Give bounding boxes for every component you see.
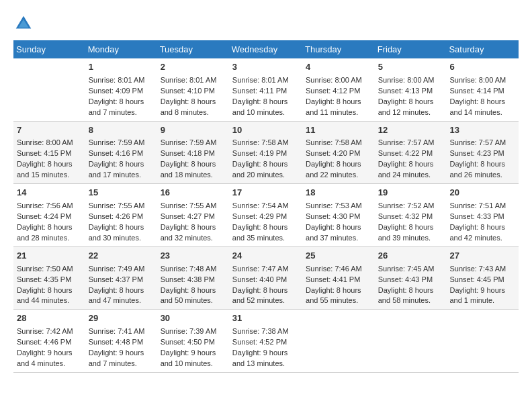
day-number: 21 (17, 250, 82, 263)
daylight: Daylight: 8 hours and 14 minutes. (449, 97, 505, 116)
day-number: 23 (161, 250, 226, 263)
sunset: Sunset: 4:41 PM (306, 275, 360, 283)
daylight: Daylight: 8 hours and 58 minutes. (378, 286, 434, 305)
day-number: 6 (449, 61, 515, 74)
day-cell: 5Sunrise: 8:00 AMSunset: 4:13 PMDaylight… (375, 58, 447, 121)
daylight: Daylight: 8 hours and 28 minutes. (17, 223, 73, 242)
day-number: 30 (161, 312, 226, 325)
header-saturday: Saturday (446, 40, 519, 58)
day-number: 31 (232, 312, 299, 325)
day-cell: 11Sunrise: 7:58 AMSunset: 4:20 PMDayligh… (302, 121, 375, 184)
daylight: Daylight: 8 hours and 17 minutes. (89, 160, 144, 179)
sunrise: Sunrise: 7:49 AM (89, 265, 145, 273)
sunset: Sunset: 4:20 PM (306, 149, 360, 157)
sunset: Sunset: 4:23 PM (449, 149, 504, 157)
daylight: Daylight: 8 hours and 35 minutes. (232, 223, 288, 242)
daylight: Daylight: 8 hours and 52 minutes. (232, 286, 288, 305)
day-cell (302, 310, 375, 373)
daylight: Daylight: 9 hours and 13 minutes. (232, 349, 288, 367)
header-row: SundayMondayTuesdayWednesdayThursdayFrid… (13, 40, 519, 58)
day-number: 28 (17, 312, 82, 325)
day-number: 2 (161, 61, 226, 74)
sunrise: Sunrise: 8:00 AM (17, 138, 73, 146)
sunrise: Sunrise: 7:55 AM (89, 201, 145, 210)
sunrise: Sunrise: 7:54 AM (232, 201, 289, 210)
week-row-2: 7Sunrise: 8:00 AMSunset: 4:15 PMDaylight… (13, 121, 519, 184)
logo (13, 13, 36, 34)
day-cell: 7Sunrise: 8:00 AMSunset: 4:15 PMDaylight… (13, 121, 85, 184)
day-cell: 28Sunrise: 7:42 AMSunset: 4:46 PMDayligh… (13, 310, 85, 373)
day-cell: 3Sunrise: 8:01 AMSunset: 4:11 PMDaylight… (229, 58, 302, 121)
day-cell: 24Sunrise: 7:47 AMSunset: 4:40 PMDayligh… (229, 246, 302, 310)
day-number: 24 (232, 250, 299, 263)
empty-day (17, 61, 82, 115)
sunset: Sunset: 4:48 PM (89, 338, 143, 346)
day-number: 13 (449, 124, 515, 137)
sunrise: Sunrise: 7:57 AM (378, 138, 435, 146)
sunset: Sunset: 4:15 PM (17, 149, 71, 157)
week-row-1: 1Sunrise: 8:01 AMSunset: 4:09 PMDaylight… (13, 58, 519, 121)
day-cell: 14Sunrise: 7:56 AMSunset: 4:24 PMDayligh… (13, 184, 85, 247)
sunset: Sunset: 4:29 PM (232, 212, 287, 220)
daylight: Daylight: 8 hours and 12 minutes. (378, 97, 434, 116)
empty-day (378, 312, 443, 366)
daylight: Daylight: 9 hours and 1 minute. (449, 286, 505, 305)
daylight: Daylight: 8 hours and 30 minutes. (89, 223, 144, 242)
day-cell: 8Sunrise: 7:59 AMSunset: 4:16 PMDaylight… (85, 121, 157, 184)
sunset: Sunset: 4:52 PM (232, 338, 287, 346)
sunset: Sunset: 4:35 PM (17, 275, 71, 283)
day-cell: 6Sunrise: 8:00 AMSunset: 4:14 PMDaylight… (446, 58, 519, 121)
day-cell (375, 310, 447, 373)
sunset: Sunset: 4:45 PM (449, 275, 504, 283)
day-number: 9 (161, 124, 226, 137)
daylight: Daylight: 8 hours and 44 minutes. (17, 286, 73, 305)
sunrise: Sunrise: 7:57 AM (449, 138, 506, 146)
daylight: Daylight: 8 hours and 26 minutes. (449, 160, 505, 179)
day-number: 26 (378, 250, 443, 263)
day-cell: 1Sunrise: 8:01 AMSunset: 4:09 PMDaylight… (85, 58, 157, 121)
sunrise: Sunrise: 7:38 AM (232, 327, 289, 335)
sunset: Sunset: 4:40 PM (232, 275, 287, 283)
sunset: Sunset: 4:13 PM (378, 87, 433, 95)
day-number: 20 (449, 187, 515, 199)
day-cell: 16Sunrise: 7:55 AMSunset: 4:27 PMDayligh… (157, 184, 229, 247)
daylight: Daylight: 8 hours and 50 minutes. (161, 286, 216, 305)
header-wednesday: Wednesday (229, 40, 302, 58)
day-cell: 29Sunrise: 7:41 AMSunset: 4:48 PMDayligh… (85, 310, 157, 373)
day-number: 16 (161, 187, 226, 199)
sunrise: Sunrise: 8:01 AM (232, 76, 289, 84)
header-friday: Friday (375, 40, 447, 58)
daylight: Daylight: 8 hours and 10 minutes. (232, 97, 288, 116)
daylight: Daylight: 8 hours and 42 minutes. (449, 223, 505, 242)
daylight: Daylight: 8 hours and 18 minutes. (161, 160, 216, 179)
daylight: Daylight: 8 hours and 7 minutes. (89, 97, 144, 116)
daylight: Daylight: 8 hours and 11 minutes. (306, 97, 361, 116)
sunrise: Sunrise: 7:46 AM (306, 265, 362, 273)
daylight: Daylight: 8 hours and 22 minutes. (306, 160, 361, 179)
sunset: Sunset: 4:27 PM (161, 212, 215, 220)
day-number: 15 (89, 187, 154, 199)
sunrise: Sunrise: 8:01 AM (161, 76, 217, 84)
sunset: Sunset: 4:32 PM (378, 212, 433, 220)
day-cell: 13Sunrise: 7:57 AMSunset: 4:23 PMDayligh… (446, 121, 519, 184)
sunrise: Sunrise: 7:43 AM (449, 265, 506, 273)
day-number: 1 (89, 61, 154, 74)
day-cell: 17Sunrise: 7:54 AMSunset: 4:29 PMDayligh… (229, 184, 302, 247)
day-cell: 20Sunrise: 7:51 AMSunset: 4:33 PMDayligh… (446, 184, 519, 247)
sunset: Sunset: 4:26 PM (89, 212, 143, 220)
sunset: Sunset: 4:16 PM (89, 149, 143, 157)
daylight: Daylight: 8 hours and 15 minutes. (17, 160, 73, 179)
sunset: Sunset: 4:24 PM (17, 212, 71, 220)
daylight: Daylight: 8 hours and 47 minutes. (89, 286, 144, 305)
sunset: Sunset: 4:37 PM (89, 275, 143, 283)
sunset: Sunset: 4:18 PM (161, 149, 215, 157)
sunrise: Sunrise: 8:00 AM (378, 76, 435, 84)
sunrise: Sunrise: 8:00 AM (449, 76, 506, 84)
day-number: 14 (17, 187, 82, 199)
day-number: 11 (306, 124, 371, 137)
daylight: Daylight: 8 hours and 32 minutes. (161, 223, 216, 242)
daylight: Daylight: 8 hours and 37 minutes. (306, 223, 361, 242)
sunset: Sunset: 4:33 PM (449, 212, 504, 220)
day-cell: 26Sunrise: 7:45 AMSunset: 4:43 PMDayligh… (375, 246, 447, 310)
day-number: 27 (449, 250, 515, 263)
